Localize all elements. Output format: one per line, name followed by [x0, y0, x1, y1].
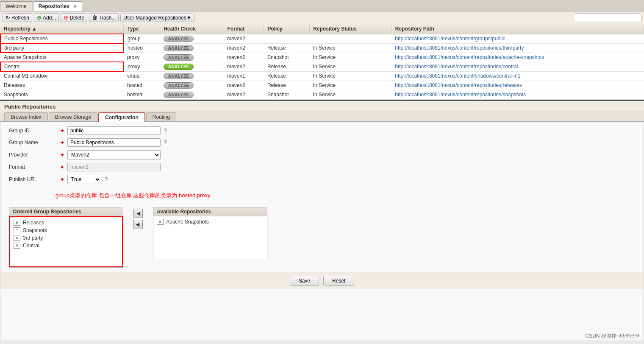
repo-path-link[interactable]: http://localhost:8081/nexus/content/grou… [395, 36, 505, 42]
repo-path-cell: http://localhost:8081/nexus/content/repo… [391, 53, 644, 62]
repo-type-cell: proxy [124, 62, 160, 71]
repo-path-link[interactable]: http://localhost:8081/nexus/content/repo… [395, 92, 526, 98]
analyze-button[interactable]: ANALYZE [164, 45, 194, 51]
table-row[interactable]: Apache Snapshots proxy ANALYZE maven2 Sn… [0, 53, 644, 62]
repo-icon [14, 220, 20, 226]
provider-label: Provider [9, 152, 60, 158]
tab-repositories-label: Repositories [39, 3, 69, 9]
repo-path-link[interactable]: http://localhost:8081/nexus/content/repo… [395, 45, 524, 51]
add-button[interactable]: ⊕ Add... [34, 13, 59, 22]
group-name-label: Group Name [9, 140, 60, 145]
available-repos-header: Available Repositories [153, 207, 267, 216]
group-id-help-icon[interactable]: ? [164, 127, 167, 134]
format-required: ✦ [60, 164, 65, 171]
col-path[interactable]: Repository Path [391, 24, 644, 34]
col-type[interactable]: Type [124, 24, 160, 34]
tab-repositories[interactable]: Repositories ✕ [33, 1, 82, 11]
group-name-help-icon[interactable]: ? [164, 139, 167, 145]
save-button[interactable]: Save [290, 276, 319, 286]
move-left-button[interactable]: ◀ [133, 209, 143, 218]
col-format[interactable]: Format [224, 24, 264, 34]
col-status[interactable]: Repository Status [310, 24, 391, 34]
repo-path-link[interactable]: http://localhost:8081/nexus/content/repo… [395, 54, 544, 60]
tab-routing[interactable]: Routing [146, 112, 176, 121]
repo-path-link[interactable]: http://localhost:8081/nexus/content/shad… [395, 73, 520, 79]
table-row[interactable]: 3rd party hosted ANALYZE maven2 Release … [0, 43, 644, 53]
repo-path-link[interactable]: http://localhost:8081/nexus/content/repo… [395, 64, 518, 70]
col-repository[interactable]: Repository ▲ [0, 24, 124, 34]
ordered-repos-panel: Ordered Group Repositories Releases Snap… [9, 207, 123, 268]
repo-format-cell: maven2 [224, 43, 264, 53]
analyze-button[interactable]: ANALYZE [164, 73, 194, 79]
search-input[interactable] [574, 14, 641, 22]
config-content: Group ID ✦ ? Group Name ✦ ? Provider ✦ M… [0, 122, 644, 341]
repo-path-cell: http://localhost:8081/nexus/content/repo… [391, 81, 644, 90]
add-icon: ⊕ [37, 14, 42, 21]
repo-status-cell: In Service [310, 53, 391, 62]
trash-button[interactable]: 🗑 Trash... [89, 13, 119, 22]
repo-type-cell: hosted [124, 43, 160, 53]
format-label: Format [9, 164, 60, 170]
analyze-button[interactable]: ANALYZE [164, 92, 194, 98]
config-tabs: Browse Index Browse Storage Configuratio… [0, 111, 644, 122]
repo-type-cell: hosted [124, 81, 160, 90]
available-repos-body[interactable]: Apache Snapshots [153, 216, 267, 259]
repo-path-link[interactable]: http://localhost:8081/nexus/content/repo… [395, 82, 522, 88]
available-repo-apache-snapshots[interactable]: Apache Snapshots [155, 218, 265, 226]
format-input [67, 163, 161, 171]
repo-path-cell: http://localhost:8081/nexus/content/grou… [391, 34, 644, 43]
analyze-button[interactable]: ANALYZE [164, 82, 194, 89]
tab-browse-index[interactable]: Browse Index [4, 112, 48, 121]
repo-status-cell: In Service [310, 90, 391, 99]
reset-button[interactable]: Reset [323, 276, 354, 286]
main-container: Repository ▲ Type Health Check Format Po… [0, 24, 644, 341]
ordered-repo-releases[interactable]: Releases [12, 219, 120, 227]
repo-name-cell: Central [0, 62, 124, 71]
table-row[interactable]: Snapshots hosted ANALYZE maven2 Snapshot… [0, 90, 644, 99]
refresh-button[interactable]: ↻ Refresh [3, 13, 32, 22]
publish-url-help-icon[interactable]: ? [105, 176, 108, 182]
repo-healthcheck-cell: ANALYZE [160, 53, 224, 62]
group-name-input[interactable] [67, 138, 161, 147]
repo-status-cell [310, 34, 391, 43]
col-health-check[interactable]: Health Check [160, 24, 224, 34]
repo-format-cell: maven1 [224, 71, 264, 81]
group-id-required: ✦ [60, 127, 65, 134]
analyze-button[interactable]: ANALYZE [164, 36, 194, 42]
repo-status-cell: In Service [310, 43, 391, 53]
publish-url-select[interactable]: True False [67, 175, 101, 184]
repository-table: Repository ▲ Type Health Check Format Po… [0, 24, 644, 100]
provider-select[interactable]: Maven2 Maven1 [67, 150, 161, 159]
repo-healthcheck-cell: ANALYZE [160, 62, 224, 71]
tab-browse-storage[interactable]: Browse Storage [49, 112, 97, 121]
analyze-button[interactable]: ANALYZE [164, 54, 194, 61]
table-row[interactable]: Releases hosted ANALYZE maven2 Release I… [0, 81, 644, 90]
analyze-button[interactable]: ANALYZE [164, 64, 194, 70]
ordered-repo-snapshots[interactable]: Snapshots [12, 227, 120, 234]
close-icon[interactable]: ✕ [73, 4, 77, 9]
group-name-row: Group Name ✦ ? [9, 138, 635, 147]
delete-button[interactable]: ⊖ Delete [61, 13, 87, 22]
table-row[interactable]: Public Repositories group ANALYZE maven2… [0, 34, 644, 43]
repo-policy-cell [264, 34, 310, 43]
table-row[interactable]: Central proxy ANALYZE maven2 Release In … [0, 62, 644, 71]
provider-required: ✦ [60, 151, 65, 158]
user-managed-button[interactable]: User Managed Repositories▼ [120, 14, 194, 22]
repo-healthcheck-cell: ANALYZE [160, 90, 224, 99]
repo-name-cell: Releases [0, 81, 124, 90]
table-row[interactable]: Central M1 shadow virtual ANALYZE maven1… [0, 71, 644, 81]
group-id-input[interactable] [67, 126, 161, 135]
ordered-repos-body[interactable]: Releases Snapshots 3rd party Centra [9, 216, 123, 267]
tab-welcome[interactable]: Welcome [0, 1, 32, 11]
repo-type-cell: virtual [124, 71, 160, 81]
arrow-buttons: ◀ ◀| [132, 207, 144, 231]
move-to-start-button[interactable]: ◀| [133, 220, 143, 229]
tab-configuration[interactable]: Configuration [98, 112, 145, 122]
repo-path-cell: http://localhost:8081/nexus/content/repo… [391, 62, 644, 71]
col-policy[interactable]: Policy [264, 24, 310, 34]
ordered-repo-3rdparty[interactable]: 3rd party [12, 234, 120, 242]
ordered-repo-central[interactable]: Central [12, 242, 120, 249]
tab-welcome-label: Welcome [6, 3, 27, 9]
trash-icon: 🗑 [92, 14, 97, 21]
action-bar: Save Reset [0, 272, 644, 289]
